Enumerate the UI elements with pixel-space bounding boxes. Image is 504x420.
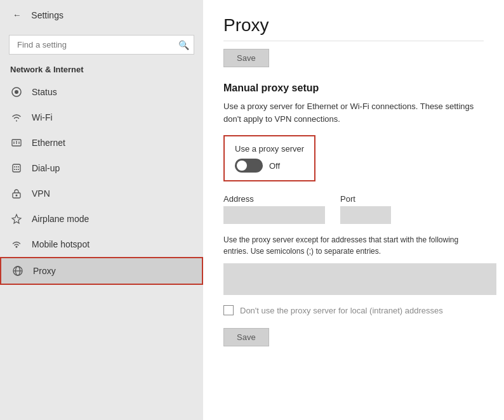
sidebar-item-label-proxy: Proxy bbox=[33, 266, 56, 276]
ethernet-icon bbox=[10, 136, 23, 149]
intranet-checkbox[interactable] bbox=[223, 305, 234, 315]
search-icon-button[interactable]: 🔍 bbox=[178, 40, 189, 50]
intranet-checkbox-row: Don't use the proxy server for local (in… bbox=[223, 305, 484, 315]
sidebar: ← Settings 🔍 Network & Internet Status bbox=[0, 0, 203, 420]
back-button[interactable]: ← bbox=[10, 8, 23, 22]
sidebar-item-label-airplane: Airplane mode bbox=[32, 214, 89, 224]
sidebar-item-label-hotspot: Mobile hotspot bbox=[32, 239, 90, 249]
sidebar-item-status[interactable]: Status bbox=[0, 79, 203, 105]
dialup-icon bbox=[10, 162, 23, 174]
wifi-icon bbox=[10, 111, 23, 124]
address-label: Address bbox=[223, 194, 325, 204]
port-field-group: Port bbox=[340, 194, 391, 224]
sidebar-title: Settings bbox=[31, 10, 63, 20]
section-label: Network & Internet bbox=[0, 62, 203, 79]
proxy-toggle-switch[interactable] bbox=[235, 159, 263, 173]
sidebar-item-label-wifi: Wi-Fi bbox=[32, 112, 53, 122]
sidebar-item-label-ethernet: Ethernet bbox=[32, 138, 65, 148]
svg-point-15 bbox=[16, 246, 18, 248]
sidebar-item-airplane[interactable]: Airplane mode bbox=[0, 206, 203, 232]
sidebar-item-hotspot[interactable]: Mobile hotspot bbox=[0, 232, 203, 257]
address-input[interactable] bbox=[223, 206, 325, 224]
sidebar-item-dialup[interactable]: Dial-up bbox=[0, 155, 203, 181]
port-label: Port bbox=[340, 194, 391, 204]
sidebar-item-label-dialup: Dial-up bbox=[32, 163, 60, 173]
back-icon: ← bbox=[13, 10, 21, 20]
svg-point-12 bbox=[18, 169, 19, 170]
save-button-bottom[interactable]: Save bbox=[223, 328, 269, 346]
page-title: Proxy bbox=[223, 15, 484, 36]
search-box: 🔍 bbox=[9, 35, 194, 55]
exclusion-hint: Use the proxy server except for addresse… bbox=[223, 234, 484, 257]
toggle-label: Use a proxy server bbox=[235, 144, 304, 154]
toggle-off-label: Off bbox=[269, 161, 280, 171]
save-button-top[interactable]: Save bbox=[223, 49, 269, 67]
manual-section-desc: Use a proxy server for Ethernet or Wi-Fi… bbox=[223, 100, 484, 125]
toggle-knob bbox=[237, 161, 247, 171]
sidebar-item-label-status: Status bbox=[32, 87, 57, 97]
status-icon bbox=[10, 86, 23, 98]
svg-point-8 bbox=[16, 166, 17, 167]
svg-rect-6 bbox=[13, 164, 20, 172]
sidebar-header: ← Settings bbox=[0, 0, 203, 30]
port-input[interactable] bbox=[340, 206, 391, 224]
sidebar-item-proxy[interactable]: Proxy bbox=[0, 257, 203, 285]
vpn-icon bbox=[10, 187, 23, 200]
toggle-row: Off bbox=[235, 159, 304, 173]
svg-point-1 bbox=[15, 90, 18, 94]
sidebar-item-vpn[interactable]: VPN bbox=[0, 181, 203, 206]
address-field-group: Address bbox=[223, 194, 325, 224]
sidebar-item-ethernet[interactable]: Ethernet bbox=[0, 130, 203, 155]
hotspot-icon bbox=[10, 238, 23, 251]
sidebar-item-wifi[interactable]: Wi-Fi bbox=[0, 105, 203, 130]
manual-section-title: Manual proxy setup bbox=[223, 82, 484, 94]
title-divider bbox=[223, 41, 484, 41]
proxy-toggle-box: Use a proxy server Off bbox=[223, 135, 315, 181]
search-icon: 🔍 bbox=[178, 40, 189, 50]
svg-point-11 bbox=[16, 169, 17, 170]
exclusion-textarea[interactable] bbox=[223, 263, 496, 295]
airplane-icon bbox=[10, 213, 23, 225]
sidebar-item-label-vpn: VPN bbox=[32, 188, 50, 199]
search-input[interactable] bbox=[9, 35, 194, 55]
address-port-row: Address Port bbox=[223, 194, 484, 224]
svg-point-7 bbox=[14, 166, 15, 167]
intranet-checkbox-label: Don't use the proxy server for local (in… bbox=[240, 306, 443, 315]
main-content: Proxy Save Manual proxy setup Use a prox… bbox=[203, 0, 504, 420]
svg-point-14 bbox=[16, 195, 18, 197]
proxy-icon bbox=[11, 265, 24, 277]
svg-point-9 bbox=[18, 166, 19, 167]
svg-point-10 bbox=[14, 169, 15, 170]
nav-list: Status Wi-Fi Ethernet bbox=[0, 79, 203, 285]
